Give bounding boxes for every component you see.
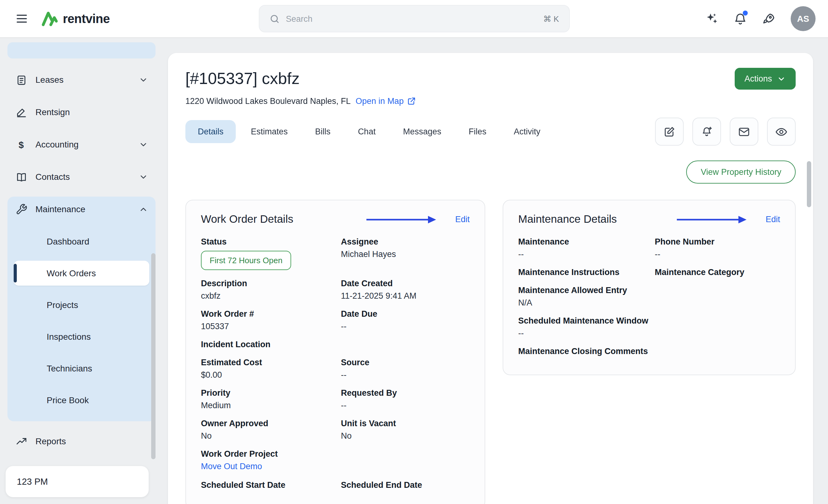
sidebar-item-work-orders[interactable]: Work Orders bbox=[14, 261, 149, 286]
field-estimated-cost: Estimated Cost $0.00 bbox=[201, 358, 330, 380]
field-maintenance-instructions: Maintenance Instructions bbox=[518, 267, 644, 277]
field-scheduled-window: Scheduled Maintenance Window -- bbox=[518, 316, 780, 338]
annotation-arrow bbox=[677, 215, 746, 224]
top-header: rentvine ⌘ K bbox=[0, 0, 828, 37]
field-owner-approved: Owner Approved No bbox=[201, 419, 330, 440]
tab-activity[interactable]: Activity bbox=[501, 120, 553, 143]
sidebar-item-partial[interactable] bbox=[7, 42, 156, 58]
field-status: Status First 72 Hours Open bbox=[201, 237, 330, 270]
field-incident-location: Incident Location bbox=[201, 340, 330, 349]
sidebar-item-technicians[interactable]: Technicians bbox=[14, 356, 149, 381]
chevron-down-icon bbox=[139, 75, 148, 84]
subscribe-notifications-button[interactable] bbox=[692, 118, 721, 145]
edit-maintenance-link[interactable]: Edit bbox=[765, 215, 780, 224]
sidebar-item-label: Accounting bbox=[36, 139, 79, 149]
chevron-up-icon bbox=[139, 204, 148, 214]
dollar-icon: $ bbox=[15, 138, 27, 151]
spacer bbox=[341, 449, 470, 472]
avatar[interactable]: AS bbox=[791, 6, 816, 31]
bell-plus-icon bbox=[700, 125, 713, 138]
tab-estimates[interactable]: Estimates bbox=[239, 120, 300, 143]
sidebar-item-accounting[interactable]: $ Accounting bbox=[7, 132, 156, 157]
project-link[interactable]: Move Out Demo bbox=[201, 462, 262, 471]
search-shortcut: ⌘ K bbox=[543, 14, 559, 23]
field-description: Description cxbfz bbox=[201, 279, 330, 300]
sidebar-child-label: Technicians bbox=[47, 363, 92, 373]
page-scrollbar[interactable] bbox=[807, 161, 811, 207]
sidebar-item-maintenance[interactable]: Maintenance bbox=[7, 197, 156, 221]
field-date-created: Date Created 11-21-2025 9:41 AM bbox=[341, 279, 470, 300]
card-title: Work Order Details bbox=[201, 213, 293, 226]
view-property-history-label: View Property History bbox=[701, 167, 781, 177]
sidebar-item-label: Contacts bbox=[36, 172, 70, 182]
notifications-button[interactable] bbox=[734, 12, 747, 26]
sidebar-child-label: Dashboard bbox=[47, 237, 89, 246]
open-in-map-link[interactable]: Open in Map bbox=[356, 96, 416, 106]
field-date-due: Date Due -- bbox=[341, 309, 470, 331]
actions-button[interactable]: Actions bbox=[734, 68, 796, 90]
view-property-history-button[interactable]: View Property History bbox=[687, 161, 796, 183]
tab-bills[interactable]: Bills bbox=[303, 120, 343, 143]
rentvine-logo-icon bbox=[41, 10, 58, 27]
edit-square-icon bbox=[663, 125, 675, 138]
search-input[interactable] bbox=[286, 14, 537, 23]
watch-button[interactable] bbox=[767, 118, 796, 145]
field-maintenance: Maintenance -- bbox=[518, 237, 644, 259]
edit-work-order-link[interactable]: Edit bbox=[455, 215, 470, 224]
sparkles-icon bbox=[705, 12, 718, 26]
field-allowed-entry: Maintenance Allowed Entry N/A bbox=[518, 286, 780, 307]
sidebar-item-reports[interactable]: Reports bbox=[7, 429, 156, 454]
field-requested-by: Requested By -- bbox=[341, 388, 470, 410]
chart-icon bbox=[15, 435, 27, 447]
sidebar-item-label: Reports bbox=[36, 436, 66, 446]
notification-dot bbox=[743, 10, 748, 15]
ai-assistant-button[interactable] bbox=[705, 12, 718, 26]
tab-files[interactable]: Files bbox=[456, 120, 499, 143]
sidebar-item-projects[interactable]: Projects bbox=[14, 292, 149, 317]
sidebar-item-contacts[interactable]: Contacts bbox=[7, 164, 156, 189]
sidebar-item-leases[interactable]: Leases bbox=[7, 67, 156, 92]
maintenance-group: Maintenance Dashboard Work Orders Projec… bbox=[7, 197, 156, 421]
tab-chat[interactable]: Chat bbox=[345, 120, 388, 143]
sidebar-item-dashboard[interactable]: Dashboard bbox=[14, 229, 149, 254]
book-icon bbox=[15, 170, 27, 183]
sidebar-item-label: Leases bbox=[36, 75, 64, 85]
menu-button[interactable] bbox=[12, 9, 31, 28]
tab-bar: Details Estimates Bills Chat Messages Fi… bbox=[185, 120, 553, 143]
card-title: Maintenance Details bbox=[518, 213, 617, 226]
compose-note-button[interactable] bbox=[655, 118, 684, 145]
sidebar: Leases Rentsign $ Accounting Contacts bbox=[0, 37, 163, 504]
chevron-down-icon bbox=[777, 74, 786, 83]
field-priority: Priority Medium bbox=[201, 388, 330, 410]
announcements-button[interactable] bbox=[762, 12, 776, 26]
email-button[interactable] bbox=[730, 118, 758, 145]
search-icon bbox=[269, 13, 280, 24]
tab-details[interactable]: Details bbox=[185, 120, 236, 143]
sidebar-child-label: Projects bbox=[47, 300, 78, 310]
sidebar-item-inspections[interactable]: Inspections bbox=[14, 324, 149, 349]
field-source: Source -- bbox=[341, 358, 470, 380]
sidebar-child-label: Work Orders bbox=[47, 268, 96, 278]
page-title: [#105337] cxbfz bbox=[185, 69, 299, 88]
property-address: 1220 Wildwood Lakes Boulevard Naples, FL bbox=[185, 96, 350, 106]
field-closing-comments: Maintenance Closing Comments bbox=[518, 346, 780, 356]
field-scheduled-end: Scheduled End Date bbox=[341, 480, 470, 490]
rocket-icon bbox=[762, 12, 776, 26]
wrench-icon bbox=[15, 203, 27, 215]
sidebar-scrollbar[interactable] bbox=[151, 253, 156, 459]
field-work-order-number: Work Order # 105337 bbox=[201, 309, 330, 331]
tab-messages[interactable]: Messages bbox=[391, 120, 454, 143]
eye-icon bbox=[775, 125, 788, 138]
rentvine-logo[interactable]: rentvine bbox=[41, 10, 110, 27]
envelope-icon bbox=[738, 125, 750, 138]
sidebar-item-price-book[interactable]: Price Book bbox=[14, 388, 149, 413]
quick-action-buttons bbox=[655, 118, 796, 145]
global-search[interactable]: ⌘ K bbox=[258, 5, 570, 32]
work-order-page: [#105337] cxbfz Actions 1220 Wildwood La… bbox=[168, 53, 813, 504]
sidebar-child-label: Inspections bbox=[47, 332, 91, 342]
field-scheduled-start: Scheduled Start Date bbox=[201, 480, 330, 490]
open-in-map-label: Open in Map bbox=[356, 96, 404, 106]
avatar-initials: AS bbox=[797, 14, 809, 24]
signature-icon bbox=[15, 106, 27, 118]
sidebar-item-rentsign[interactable]: Rentsign bbox=[7, 99, 156, 124]
